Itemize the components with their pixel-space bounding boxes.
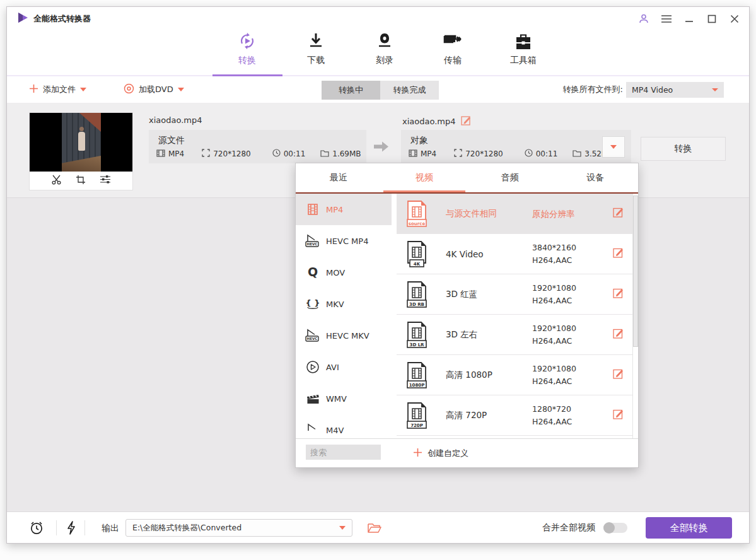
add-files-button[interactable]: 添加文件 bbox=[29, 76, 86, 103]
nav-item-download[interactable]: 下载 bbox=[288, 30, 344, 66]
convert-all-button[interactable]: 全部转换 bbox=[646, 517, 732, 539]
create-custom-button[interactable]: 创建自定义 bbox=[413, 439, 468, 468]
format-item-avi[interactable]: AVI bbox=[296, 351, 392, 383]
svg-text:3D RB: 3D RB bbox=[409, 301, 424, 306]
mp4-format-icon bbox=[303, 203, 322, 216]
convert-button[interactable]: 转换 bbox=[641, 137, 726, 161]
preset-row[interactable]: 1080P高清 1080P1920*1080H264,AAC bbox=[397, 355, 638, 395]
source-info-row: MP4720*128000:111.69MB bbox=[156, 149, 361, 159]
preset-name: 3D 红蓝 bbox=[446, 289, 477, 300]
format-label: HEVC MP4 bbox=[326, 236, 368, 246]
queue-tabs: 转换中转换完成 bbox=[322, 81, 439, 100]
format-panel-tab[interactable]: 设备 bbox=[552, 163, 638, 192]
preset-details: 1280*720H264,AAC bbox=[532, 403, 572, 428]
target-format-dropdown-button[interactable] bbox=[602, 136, 625, 158]
edit-preset-icon[interactable] bbox=[613, 328, 624, 341]
toolbox-icon bbox=[495, 30, 552, 51]
merge-videos-toggle[interactable] bbox=[603, 523, 627, 533]
output-path-select[interactable]: E:\全能格式转换器\Converted bbox=[125, 519, 352, 537]
file-info-film: MP4 bbox=[409, 149, 436, 159]
source-file-name: xiaodao.mp4 bbox=[149, 115, 202, 125]
preset-name: 高清 720P bbox=[446, 410, 487, 421]
video-thumbnail bbox=[30, 113, 132, 172]
folder-icon bbox=[573, 149, 581, 159]
load-dvd-button[interactable]: 加载DVD bbox=[124, 76, 184, 103]
crop-icon[interactable] bbox=[76, 175, 86, 187]
format-item-wmv[interactable]: WMV bbox=[296, 383, 392, 414]
preset-row[interactable]: 4K4K Video3840*2160H264,AAC bbox=[397, 234, 638, 274]
preset-doc-icon: 720P bbox=[404, 402, 429, 429]
preset-row[interactable]: 720P高清 720P1280*720H264,AAC bbox=[397, 395, 638, 436]
video-thumbnail-card bbox=[29, 112, 133, 190]
format-item-mov[interactable]: QMOV bbox=[296, 257, 392, 288]
target-file-name: xiaodao.mp4 bbox=[402, 115, 472, 127]
m4v-format-icon bbox=[303, 423, 322, 437]
edit-preset-icon[interactable] bbox=[613, 368, 624, 382]
menu-button[interactable] bbox=[661, 13, 672, 25]
format-item-mp4[interactable]: MP4 bbox=[296, 194, 392, 225]
chevron-down-icon bbox=[610, 145, 617, 149]
format-item-hevc-mp4[interactable]: HEVCHEVC MP4 bbox=[296, 225, 392, 257]
divider bbox=[84, 520, 85, 535]
header: 全能格式转换器 转换下载刻录传输工具箱 bbox=[7, 7, 749, 76]
chevron-down-icon bbox=[712, 88, 718, 91]
nav-item-transfer[interactable]: 传输 bbox=[424, 30, 481, 66]
close-button[interactable] bbox=[729, 13, 740, 25]
output-format-select[interactable]: MP4 Video bbox=[626, 82, 724, 98]
nav-label: 转换 bbox=[219, 55, 276, 66]
edit-preset-icon[interactable] bbox=[613, 409, 624, 422]
plus-icon bbox=[413, 448, 422, 459]
nav-item-convert[interactable]: 转换 bbox=[219, 30, 276, 66]
nav-item-burn[interactable]: 刻录 bbox=[356, 30, 413, 66]
rename-edit-icon[interactable] bbox=[461, 115, 472, 127]
account-button[interactable] bbox=[638, 13, 649, 25]
format-label: AVI bbox=[326, 363, 339, 372]
svg-text:Q: Q bbox=[308, 265, 318, 279]
format-panel-tab[interactable]: 视频 bbox=[381, 163, 467, 192]
trim-scissors-icon[interactable] bbox=[51, 175, 62, 187]
schedule-alarm-icon[interactable] bbox=[29, 520, 44, 538]
toolbar: 添加文件 加载DVD 转换中转换完成 转换所有文件到: MP4 Video bbox=[7, 76, 749, 103]
effects-sliders-icon[interactable] bbox=[100, 175, 111, 187]
preset-row[interactable]: source与源文件相同原始分辨率 bbox=[397, 194, 638, 234]
format-label: MKV bbox=[326, 300, 344, 309]
format-label: MP4 bbox=[326, 205, 343, 214]
format-panel-tab[interactable]: 最近 bbox=[296, 163, 381, 192]
high-speed-bolt-icon[interactable] bbox=[67, 521, 76, 537]
preset-row[interactable]: 3D RB3D 红蓝1920*1080H264,AAC bbox=[397, 274, 638, 315]
queue-tab[interactable]: 转换中 bbox=[322, 81, 380, 100]
preset-doc-icon: 1080P bbox=[404, 361, 429, 389]
format-item-hevc-mkv[interactable]: HEVCHEVC MKV bbox=[296, 320, 392, 351]
minimize-button[interactable] bbox=[683, 13, 695, 25]
output-format-value: MP4 Video bbox=[632, 85, 673, 95]
file-info-expand: 720*1280 bbox=[202, 149, 250, 159]
preset-list-scrollbar[interactable] bbox=[632, 194, 638, 440]
search-input[interactable] bbox=[306, 445, 381, 460]
target-info-row: MP4720*128000:113.52MB bbox=[409, 149, 614, 159]
svg-text:{ }: { } bbox=[305, 298, 320, 308]
app-window: 全能格式转换器 转换下载刻录传输工具箱 添加文件 加载DVD 转换中转换完成 转… bbox=[6, 6, 750, 544]
wmv-format-icon bbox=[303, 392, 322, 405]
svg-text:4K: 4K bbox=[414, 261, 421, 266]
edit-preset-icon[interactable] bbox=[613, 288, 624, 301]
edit-preset-icon[interactable] bbox=[613, 207, 624, 220]
maximize-button[interactable] bbox=[706, 13, 718, 25]
load-dvd-label: 加载DVD bbox=[139, 84, 173, 95]
format-item-m4v[interactable]: M4V bbox=[296, 414, 392, 440]
edit-preset-icon[interactable] bbox=[613, 247, 624, 260]
preset-details: 原始分辨率 bbox=[532, 207, 575, 220]
svg-text:1080P: 1080P bbox=[409, 382, 425, 387]
preset-name: 与源文件相同 bbox=[446, 208, 497, 219]
clock-icon bbox=[272, 149, 281, 159]
film-icon bbox=[156, 149, 165, 159]
preset-row[interactable]: 3D LR3D 左右1920*1080H264,AAC bbox=[397, 315, 638, 355]
format-item-mkv[interactable]: { }MKV bbox=[296, 288, 392, 320]
preset-name: 3D 左右 bbox=[446, 329, 477, 341]
format-panel-tab[interactable]: 音频 bbox=[467, 163, 553, 192]
open-folder-icon[interactable] bbox=[368, 522, 381, 536]
queue-tab[interactable]: 转换完成 bbox=[380, 81, 439, 100]
add-files-label: 添加文件 bbox=[43, 84, 76, 95]
nav-label: 刻录 bbox=[356, 55, 413, 66]
nav-item-toolbox[interactable]: 工具箱 bbox=[495, 30, 552, 66]
download-icon bbox=[288, 30, 344, 51]
